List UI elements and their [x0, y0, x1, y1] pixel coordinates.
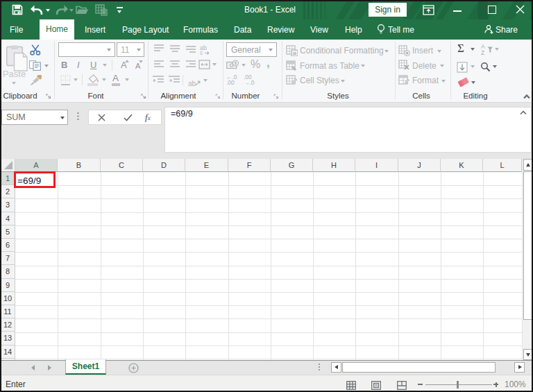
svg-text:Z: Z [481, 49, 484, 56]
svg-text:ab: ab [188, 80, 196, 87]
svg-text:c: c [200, 49, 203, 56]
